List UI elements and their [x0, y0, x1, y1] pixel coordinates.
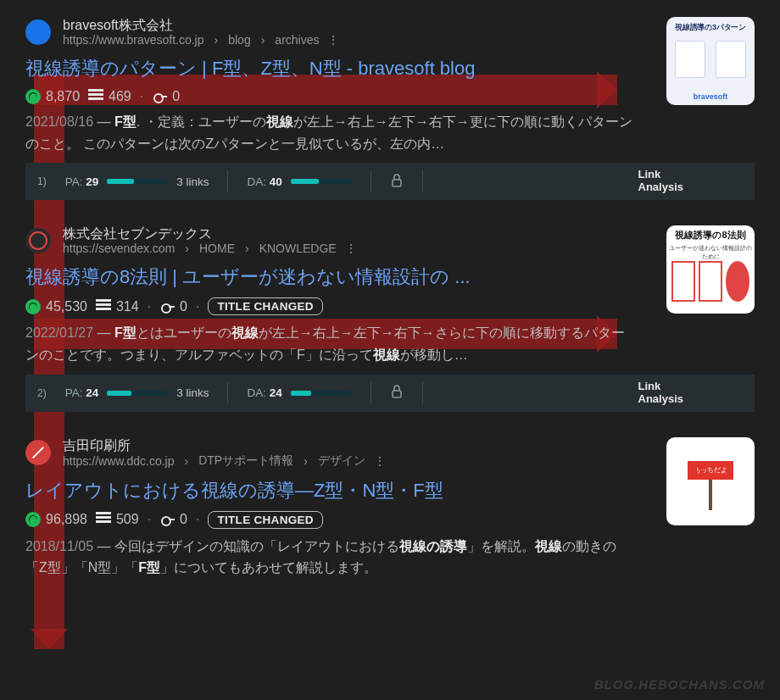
title-changed-badge: TITLE CHANGED	[208, 297, 322, 315]
metric-keys: 0	[159, 512, 187, 527]
moz-pa: PA: 243 links	[65, 386, 209, 399]
url-segment[interactable]: HOME	[199, 242, 235, 255]
metric-views: 96,898	[25, 512, 87, 527]
kebab-icon[interactable]: ⋮	[327, 33, 339, 47]
snippet-body: F型. ・定義：ユーザーの視線が左上→右上→左下→右下→更に下の順に動くパターン…	[25, 114, 632, 151]
svg-rect-1	[393, 391, 401, 397]
watermark: BLOG.HEBOCHANS.COM	[594, 677, 765, 692]
url-segment[interactable]: KNOWLEDGE	[259, 242, 337, 255]
spotify-icon	[25, 299, 41, 314]
result-snippet: 2021/08/16 — F型. ・定義：ユーザーの視線が左上→右上→左下→右下…	[25, 111, 636, 154]
metric-views: 45,530	[25, 299, 87, 314]
moz-da: DA: 24	[247, 386, 351, 399]
moz-bar: 1)PA: 293 linksDA: 40LinkAnalysis	[25, 163, 755, 200]
site-name: bravesoft株式会社	[63, 17, 339, 33]
spotify-icon	[25, 512, 41, 527]
breadcrumb[interactable]: https://sevendex.com › HOME › KNOWLEDGE …	[63, 242, 357, 255]
moz-index: 1)	[37, 175, 47, 187]
search-results: bravesoft株式会社https://www.bravesoft.co.jp…	[0, 0, 780, 621]
snippet-date: 2021/08/16	[25, 114, 93, 129]
snippet-date: 2022/01/27	[25, 325, 93, 340]
favicon	[25, 440, 51, 465]
url-segment[interactable]: blog	[228, 33, 250, 47]
moz-links[interactable]: 3 links	[176, 386, 209, 399]
site-name: 株式会社セブンデックス	[63, 225, 357, 242]
breadcrumb[interactable]: https://www.ddc.co.jp › DTPサポート情報 › デザイン…	[63, 453, 386, 469]
favicon	[25, 19, 51, 45]
key-icon	[159, 299, 175, 314]
link-analysis[interactable]: LinkAnalysis	[638, 169, 683, 194]
result-title-link[interactable]: レイアウトにおける視線の誘導—Z型・N型・F型	[25, 477, 646, 504]
lock-icon[interactable]	[390, 384, 404, 402]
site-name: 吉田印刷所	[63, 437, 386, 453]
metric-items: 314	[96, 299, 139, 314]
result-metrics: 96,898509·0·TITLE CHANGED	[25, 511, 646, 529]
url-segment[interactable]: デザイン	[318, 453, 365, 469]
result-title-link[interactable]: 視線誘導の8法則 | ユーザーが迷わない情報設計の ...	[25, 264, 646, 291]
search-result: 株式会社セブンデックスhttps://sevendex.com › HOME ›…	[25, 225, 755, 411]
result-title-link[interactable]: 視線誘導のパターン | F型、Z型、N型 - bravesoft blog	[25, 55, 646, 82]
moz-index: 2)	[37, 387, 47, 399]
metric-items: 509	[96, 512, 139, 527]
snippet-body: F型とはユーザーの視線が左上→右上→左下→右下→さらに下の順に移動するパターンの…	[25, 325, 625, 362]
list-icon	[88, 89, 103, 104]
list-icon	[96, 299, 111, 314]
moz-links[interactable]: 3 links	[176, 175, 209, 188]
metric-keys: 0	[159, 299, 187, 314]
url-host[interactable]: https://sevendex.com	[63, 242, 175, 255]
title-changed-badge: TITLE CHANGED	[208, 511, 322, 529]
result-thumbnail[interactable]: 視線誘導の8法則ユーザーが迷わない情報設計のために	[666, 225, 755, 314]
favicon	[25, 228, 51, 253]
result-snippet: 2022/01/27 — F型とはユーザーの視線が左上→右上→左下→右下→さらに…	[25, 322, 636, 365]
key-icon	[159, 512, 175, 527]
breadcrumb[interactable]: https://www.bravesoft.co.jp › blog › arc…	[63, 33, 339, 47]
key-icon	[152, 89, 167, 104]
list-icon	[96, 512, 111, 527]
result-snippet: 2018/11/05 — 今回はデザインの知識の「レイアウトにおける視線の誘導」…	[25, 536, 636, 579]
metric-keys: 0	[152, 89, 180, 104]
svg-rect-0	[393, 180, 401, 186]
url-host[interactable]: https://www.ddc.co.jp	[63, 454, 175, 468]
kebab-icon[interactable]: ⋮	[374, 454, 386, 468]
url-segment[interactable]: archives	[275, 33, 319, 47]
spotify-icon	[25, 89, 41, 104]
metric-items: 469	[88, 89, 131, 104]
moz-pa: PA: 293 links	[65, 175, 209, 188]
search-result: bravesoft株式会社https://www.bravesoft.co.jp…	[25, 17, 755, 200]
result-metrics: 45,530314·0·TITLE CHANGED	[25, 297, 646, 315]
url-host[interactable]: https://www.bravesoft.co.jp	[63, 33, 204, 47]
metric-views: 8,870	[25, 89, 80, 104]
result-thumbnail[interactable]: 視線誘導の3パターンbravesoft	[666, 17, 755, 105]
url-segment[interactable]: DTPサポート情報	[198, 453, 293, 469]
search-result: 吉田印刷所https://www.ddc.co.jp › DTPサポート情報 ›…	[25, 437, 755, 579]
moz-bar: 2)PA: 243 linksDA: 24LinkAnalysis	[25, 375, 755, 412]
moz-da: DA: 40	[247, 175, 351, 188]
link-analysis[interactable]: LinkAnalysis	[638, 381, 683, 406]
snippet-body: 今回はデザインの知識の「レイアウトにおける視線の誘導」を解説。視線の動きの「Z型…	[25, 539, 616, 575]
kebab-icon[interactable]: ⋮	[345, 242, 357, 255]
lock-icon[interactable]	[390, 173, 404, 191]
result-metrics: 8,870469·0	[25, 89, 646, 104]
snippet-date: 2018/11/05	[25, 539, 93, 553]
result-thumbnail[interactable]: あっちだよ	[666, 437, 755, 525]
